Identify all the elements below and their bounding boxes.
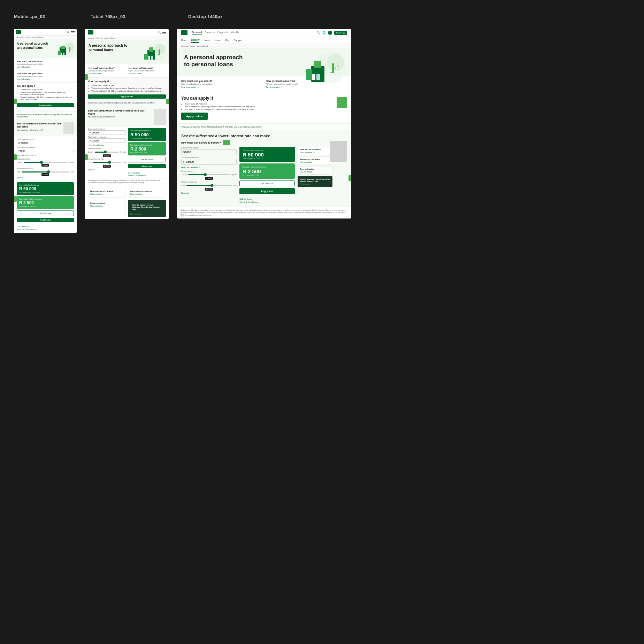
- desktop-nav-buy[interactable]: Buy: [225, 38, 230, 43]
- tablet-annotation-1: [85, 74, 88, 80]
- mobile-rate-active: 10.25%: [41, 173, 49, 176]
- mobile-apply-btn[interactable]: Apply online: [17, 103, 74, 107]
- desktop-tell-me-btn[interactable]: Tell me more: [239, 181, 295, 186]
- svg-rect-14: [144, 54, 148, 60]
- desktop-login-btn[interactable]: Log in 🔒: [334, 31, 347, 35]
- desktop-repayment-detail: for 3 years at 10.25%: [243, 174, 292, 176]
- desktop-call-back[interactable]: Call me back: [239, 198, 295, 200]
- tablet-bullet-2: You're employed under a permanent or fix…: [91, 87, 166, 89]
- tablet-apply-btn[interactable]: Apply online: [88, 94, 166, 99]
- desktop-apply-btn[interactable]: Apply online: [181, 113, 208, 120]
- mobile-use-calc-link-2[interactable]: Use calculator: [17, 78, 74, 80]
- mobile-help-calc[interactable]: Help me calculate: [17, 154, 74, 156]
- mobile-apply-now-btn[interactable]: Apply now: [17, 218, 74, 222]
- mobile-menu-icon[interactable]: [71, 31, 75, 33]
- mobile-call-back[interactable]: Call me back: [17, 225, 74, 228]
- mobile-search-icon[interactable]: 🔍: [66, 31, 70, 34]
- tablet-income-field[interactable]: R 50000: [88, 130, 126, 135]
- desktop-slider-track[interactable]: [188, 174, 229, 175]
- desktop-hero-title: A personal approach to personal loans: [184, 54, 264, 68]
- tablet-tell-me-btn[interactable]: Tell me more: [128, 157, 166, 162]
- desktop-expenses-field[interactable]: R 25000: [181, 159, 237, 165]
- tablet-improve-link[interactable]: Tell me more: [130, 213, 164, 215]
- desktop-nav-borrow[interactable]: Borrow: [191, 38, 200, 43]
- desktop-slider-active: 3 years: [205, 177, 213, 180]
- tablet-use-calc[interactable]: Use calculator: [88, 72, 126, 75]
- desktop-tell-me[interactable]: Tell me more: [266, 86, 347, 89]
- tablet-improve-title: How to improve your chances for a better…: [130, 202, 164, 212]
- mobile-expenses-field[interactable]: 25000: [17, 149, 74, 153]
- tablet-terms[interactable]: Terms & Conditions: [128, 175, 166, 177]
- tablet-logo: [88, 30, 93, 34]
- desktop-income-field[interactable]: 50000: [181, 149, 237, 155]
- desktop-tab-wealth[interactable]: Wealth: [231, 31, 239, 34]
- desktop-tab-business[interactable]: Business: [205, 31, 215, 34]
- tablet-help-calc[interactable]: Help me calculate: [88, 144, 126, 146]
- desktop-globe-icon[interactable]: 🌐: [322, 31, 326, 34]
- desktop-tab-corporate[interactable]: Corporate: [217, 31, 228, 34]
- tablet-expenses-field[interactable]: R 25000: [88, 138, 126, 143]
- desktop-nav-bank[interactable]: Bank: [181, 38, 187, 43]
- desktop-rc4-link[interactable]: Tell me more: [300, 183, 330, 185]
- tablet-repayment-slider: 1 years 7 years: [88, 151, 126, 153]
- tablet-reset[interactable]: Reset all: [88, 169, 94, 171]
- desktop-rc1-link[interactable]: Use calculator: [300, 151, 330, 153]
- desktop-apply-now-btn[interactable]: Apply now: [239, 188, 295, 194]
- mobile-hero: A personal approach to personal loans: [14, 39, 77, 58]
- mobile-logo: [16, 30, 21, 34]
- mobile-nav: 🔍: [14, 29, 77, 36]
- desktop-nav-invest[interactable]: Invest: [204, 38, 210, 43]
- tablet-apply-title: You can apply if: [88, 80, 166, 83]
- mobile-reset[interactable]: Reset all: [17, 177, 23, 179]
- tablet-calc-right: You could afford to borrow R 50 000 Tota…: [128, 128, 166, 177]
- tablet-menu-icon[interactable]: [162, 32, 166, 33]
- desktop-help-calc[interactable]: Help me calculate: [181, 166, 237, 168]
- tablet-call-back[interactable]: Call me back: [128, 172, 166, 174]
- svg-rect-28: [337, 66, 339, 67]
- desktop-see-diff-content: See the difference a lower interest rate…: [181, 134, 325, 203]
- desktop-nav-support[interactable]: Support: [234, 38, 243, 43]
- tablet-apply-now-btn[interactable]: Apply now: [128, 164, 166, 168]
- mobile-income-field[interactable]: R 50000: [17, 141, 74, 145]
- tablet-search-icon[interactable]: 🔍: [158, 31, 161, 34]
- mobile-label: Mobile...px_03: [14, 14, 84, 19]
- tablet-bullets: You're over 18 years old You're employed…: [88, 84, 166, 92]
- tablet-rate-active: 10.25%: [103, 165, 111, 168]
- desktop-right-card-1: How much can I afford Use calculator: [298, 147, 332, 155]
- tablet-use-calc-2[interactable]: Use calculator: [128, 72, 166, 75]
- mobile-tell-me-btn[interactable]: Tell me more: [17, 210, 74, 216]
- mobile-see-diff: See the difference a lower interest rate…: [14, 120, 77, 136]
- tablet-fees-link[interactable]: Use calculator: [90, 205, 123, 207]
- svg-rect-11: [149, 47, 153, 52]
- desktop-rate-track[interactable]: [186, 185, 232, 186]
- tablet-calc: Gross monthly income R 50000 Total month…: [85, 127, 169, 178]
- desktop-annotation-1: [348, 175, 351, 181]
- mobile-expenses-label: Total monthly expenses: [17, 146, 74, 148]
- mobile-bullets: You're over 18 years old You're employed…: [17, 89, 74, 100]
- desktop-right-card-3: Fees calculator Use calculator: [298, 166, 332, 175]
- desktop-use-calc[interactable]: Use calculator: [181, 86, 262, 89]
- mobile-use-calc-link[interactable]: Use calculator: [17, 66, 74, 68]
- tablet-rate-track[interactable]: [93, 162, 121, 163]
- desktop-calc-left: Gross monthly income 50000 Total monthly…: [181, 147, 237, 203]
- mobile-rate-track[interactable]: [22, 171, 69, 172]
- desktop-apply-title: You can apply if: [181, 96, 332, 101]
- mobile-slider-track[interactable]: [24, 162, 67, 163]
- annotation-icon-3: [14, 196, 17, 202]
- mobile-monthly-card: Estimated monthly repayment R 2 500 for …: [17, 196, 74, 209]
- desktop-search-icon[interactable]: 🔍: [317, 31, 320, 34]
- tablet-repayment-calc-link[interactable]: Use calculator: [130, 193, 163, 195]
- mobile-terms[interactable]: Terms & Conditions: [17, 228, 74, 230]
- tablet-nav: 🔍: [85, 29, 169, 36]
- desktop-tab-personal[interactable]: Personal: [192, 31, 202, 34]
- tablet-afford-link[interactable]: Use calculator: [90, 193, 123, 195]
- desktop-nav-insure[interactable]: Insure: [214, 38, 221, 43]
- desktop-terms[interactable]: Terms & Conditions: [239, 201, 295, 203]
- mobile-rate-max: 13%: [70, 171, 74, 173]
- svg-rect-8: [69, 47, 70, 52]
- desktop-rc2-link[interactable]: Use calculator: [300, 161, 330, 163]
- svg-rect-22: [316, 74, 320, 80]
- desktop-rc3-link[interactable]: Use calculator: [300, 171, 330, 173]
- tablet-slider-track[interactable]: [95, 152, 118, 153]
- desktop-reset[interactable]: Reset all: [181, 192, 189, 194]
